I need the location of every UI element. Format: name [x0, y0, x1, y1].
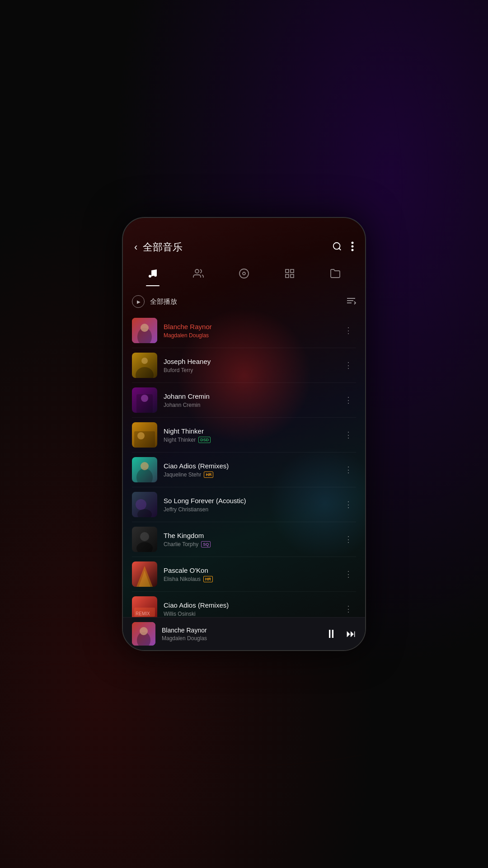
song-artist: Charlie Torphy	[164, 541, 198, 547]
now-playing-bar[interactable]: Blanche Raynor Magdalen Douglas ⏸ ⏭	[123, 617, 365, 650]
song-list: Blanche Raynor Magdalen Douglas ⋮	[123, 313, 365, 617]
more-options-button[interactable]: ⋮	[341, 392, 356, 409]
list-item[interactable]: Blanche Raynor Magdalen Douglas ⋮	[123, 313, 365, 348]
song-artist: Jaqueline Stehr	[164, 472, 201, 478]
more-options-button[interactable]: ⋮	[341, 357, 356, 374]
playback-controls: ⏸ ⏭	[325, 627, 356, 641]
svg-point-43	[140, 627, 148, 635]
song-artist: Night Thinker	[164, 437, 196, 443]
list-item[interactable]: Night Thinker Night Thinker DSD ⋮	[123, 418, 365, 452]
album-art	[132, 457, 157, 482]
song-meta: Willis Osinski	[164, 611, 334, 617]
tab-playlist[interactable]	[277, 264, 302, 286]
svg-point-2	[352, 245, 354, 247]
song-title: The Kingdom	[164, 532, 334, 539]
song-info: Ciao Adios (Remixes) Jaqueline Stehr HR	[164, 462, 334, 478]
list-item[interactable]: The Kingdom Charlie Torphy SQ ⋮	[123, 522, 365, 557]
song-meta: Magdalen Douglas	[164, 332, 334, 339]
nav-tabs	[123, 261, 365, 286]
list-item[interactable]: Johann Cremin Johann Cremin ⋮	[123, 383, 365, 417]
song-artist: Jeffry Christiansen	[164, 506, 208, 513]
song-info: Night Thinker Night Thinker DSD	[164, 427, 334, 443]
now-playing-title: Blanche Raynor	[162, 627, 319, 634]
back-button[interactable]: ‹	[134, 241, 137, 253]
more-options-button[interactable]: ⋮	[341, 496, 356, 513]
more-options-button[interactable]: ⋮	[341, 426, 356, 443]
header-left: ‹ 全部音乐	[134, 241, 183, 254]
svg-point-24	[141, 395, 148, 402]
album-art	[132, 353, 157, 378]
header: ‹ 全部音乐	[123, 218, 365, 261]
song-meta: Charlie Torphy SQ	[164, 541, 334, 547]
more-options-button[interactable]: ⋮	[341, 461, 356, 478]
svg-rect-11	[286, 274, 289, 278]
album-art	[132, 561, 157, 587]
play-all-left: ▶ 全部播放	[132, 295, 177, 308]
svg-rect-12	[291, 274, 294, 278]
song-info: Ciao Adios (Remixes) Willis Osinski	[164, 601, 334, 617]
more-options-button[interactable]: ⋮	[341, 566, 356, 583]
sort-button[interactable]	[346, 296, 356, 307]
song-title: Ciao Adios (Remixes)	[164, 462, 334, 470]
song-title: So Long Forever (Acoustic)	[164, 497, 334, 505]
song-artist: Elisha Nikolaus	[164, 576, 201, 582]
song-artist: Willis Osinski	[164, 611, 196, 617]
song-title: Joseph Heaney	[164, 358, 334, 365]
tab-album[interactable]	[232, 264, 256, 286]
song-artist: Johann Cremin	[164, 402, 200, 408]
svg-text:REMIX: REMIX	[136, 611, 150, 616]
song-meta: Jeffry Christiansen	[164, 506, 334, 513]
skip-next-button[interactable]: ⏭	[346, 628, 356, 640]
more-options-button[interactable]: ⋮	[341, 600, 356, 617]
svg-point-21	[141, 358, 148, 364]
header-right	[332, 241, 354, 254]
song-info: Johann Cremin Johann Cremin	[164, 392, 334, 408]
play-icon: ▶	[137, 299, 141, 304]
svg-point-32	[136, 499, 146, 510]
song-title: Ciao Adios (Remixes)	[164, 601, 334, 609]
album-art	[132, 318, 157, 343]
svg-point-35	[140, 532, 149, 541]
search-icon[interactable]	[332, 241, 342, 254]
svg-point-8	[243, 272, 245, 275]
play-all-button[interactable]: ▶	[132, 295, 145, 308]
list-item[interactable]: REMIX Ciao Adios (Remixes) Willis Osinsk…	[123, 592, 365, 617]
more-menu-icon[interactable]	[351, 241, 354, 254]
list-item[interactable]: So Long Forever (Acoustic) Jeffry Christ…	[123, 487, 365, 522]
tab-artist[interactable]	[186, 264, 211, 286]
now-playing-art	[132, 622, 155, 646]
list-item[interactable]: Joseph Heaney Buford Terry ⋮	[123, 348, 365, 382]
song-info: Blanche Raynor Magdalen Douglas	[164, 323, 334, 339]
more-options-button[interactable]: ⋮	[341, 322, 356, 339]
album-art	[132, 387, 157, 413]
song-artist: Magdalen Douglas	[164, 332, 209, 339]
folder-icon	[330, 268, 341, 282]
song-info: Joseph Heaney Buford Terry	[164, 358, 334, 373]
tab-music[interactable]	[141, 264, 165, 286]
music-note-icon	[147, 268, 158, 282]
tab-folder[interactable]	[323, 264, 347, 286]
svg-point-5	[154, 274, 157, 277]
svg-point-18	[141, 324, 149, 332]
album-art: REMIX	[132, 596, 157, 617]
quality-badge-dsd: DSD	[198, 437, 211, 443]
list-item[interactable]: Ciao Adios (Remixes) Jaqueline Stehr HR …	[123, 453, 365, 487]
quality-badge-sq: SQ	[201, 541, 211, 547]
song-title: Johann Cremin	[164, 392, 334, 400]
song-meta: Jaqueline Stehr HR	[164, 472, 334, 478]
more-options-button[interactable]: ⋮	[341, 531, 356, 548]
page-title: 全部音乐	[143, 241, 183, 254]
song-info: Pascale O'Kon Elisha Nikolaus HR	[164, 566, 334, 582]
svg-point-1	[352, 241, 354, 244]
svg-rect-9	[286, 269, 289, 273]
svg-rect-26	[134, 431, 155, 448]
quality-badge-hr: HR	[203, 576, 213, 582]
list-item[interactable]: Pascale O'Kon Elisha Nikolaus HR ⋮	[123, 557, 365, 591]
song-artist: Buford Terry	[164, 367, 193, 373]
svg-rect-10	[291, 269, 294, 273]
now-playing-artist: Magdalen Douglas	[162, 635, 319, 642]
play-all-bar: ▶ 全部播放	[123, 290, 365, 313]
song-meta: Buford Terry	[164, 367, 334, 373]
song-info: So Long Forever (Acoustic) Jeffry Christ…	[164, 497, 334, 513]
pause-button[interactable]: ⏸	[325, 627, 337, 641]
